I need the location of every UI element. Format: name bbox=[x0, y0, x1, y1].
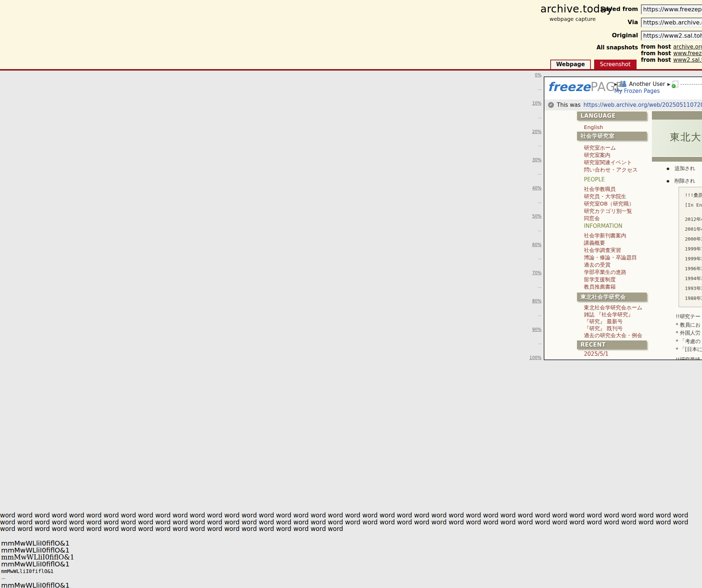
sidebar-link[interactable]: 過去の受賞 bbox=[577, 261, 647, 268]
sidebar-link[interactable]: 研究員・大学院生 bbox=[577, 193, 647, 200]
ruler-mark[interactable]: 30% bbox=[532, 158, 542, 162]
from-host-label: from host bbox=[641, 57, 671, 63]
sidebar-link[interactable]: 『研究』 最新号 bbox=[577, 318, 647, 325]
ruler-mark[interactable]: 100% bbox=[529, 356, 542, 360]
ruler-mark[interactable]: — bbox=[538, 116, 542, 120]
note-line: * 教員にお bbox=[676, 321, 702, 329]
note-line: * 「考慮の bbox=[676, 337, 702, 346]
sidebar-link[interactable]: 研究室関連イベント bbox=[577, 159, 647, 166]
sidebar-link[interactable]: 研究室案内 bbox=[577, 151, 647, 159]
view-tabs: Webpage Screenshot bbox=[550, 60, 637, 69]
ruler-mark[interactable]: — bbox=[538, 313, 542, 317]
banner-image: 東北大学 bbox=[652, 120, 702, 156]
font-test-line: mmMwWLliI0fiflO&1 bbox=[1, 540, 74, 547]
font-test-block: mmMwWLliI0fiflO&1 mmMwWLliI0fiflO&1 mmMw… bbox=[1, 540, 74, 588]
sidebar-link[interactable]: 雑誌 『社会学研究』 bbox=[577, 311, 647, 318]
history-line: 1996年3 bbox=[685, 264, 702, 274]
saved-from-input[interactable] bbox=[641, 4, 702, 14]
sidebar-link-english[interactable]: English bbox=[577, 124, 647, 131]
chevron-right-icon: ▶ bbox=[667, 82, 670, 87]
ruler-mark[interactable]: 50% bbox=[532, 214, 542, 218]
ruler-mark[interactable]: — bbox=[538, 172, 542, 176]
header-divider bbox=[0, 69, 702, 71]
my-frozen-pages-link[interactable]: My Frozen Pages bbox=[614, 88, 660, 94]
ruler-mark[interactable]: — bbox=[538, 87, 542, 91]
original-input[interactable] bbox=[641, 31, 702, 41]
host-row: from hostwww.freezepage bbox=[641, 50, 702, 57]
host-link[interactable]: www.freezepage bbox=[673, 50, 702, 57]
font-test-line: mmMwWLliI0fiflO&1 bbox=[1, 554, 74, 561]
sidebar-link[interactable]: 講義概要 bbox=[577, 239, 647, 246]
font-test-line: mmMwWLliI0fiflO&1 bbox=[1, 582, 74, 588]
sidebar-link[interactable]: 同窓会 bbox=[577, 215, 647, 222]
ruler-mark[interactable]: — bbox=[538, 229, 542, 233]
tab-screenshot[interactable]: Screenshot bbox=[594, 60, 637, 69]
host-link[interactable]: www2.sal.tohoku bbox=[673, 57, 702, 63]
sidebar-link[interactable]: 過去の研究会大会・例会 bbox=[577, 332, 647, 339]
host-row: from hostwww2.sal.tohoku bbox=[641, 57, 702, 63]
history-line: 1999年3 bbox=[685, 254, 702, 264]
check-circle-icon: ✔ bbox=[548, 102, 554, 108]
sidebar-link[interactable]: 博論・修論・卒論題目 bbox=[577, 254, 647, 261]
via-input[interactable] bbox=[641, 18, 702, 27]
sidebar-link[interactable]: 社会学教職員 bbox=[577, 185, 647, 193]
this-was-link[interactable]: https://web.archive.org/web/202505110720… bbox=[584, 102, 702, 108]
sidebar-link[interactable]: 留学支援制度 bbox=[577, 276, 647, 283]
percent-ruler: 0%—10%—20%—30%—40%—50%—60%—70%—80%—90%—1… bbox=[525, 73, 542, 360]
via-row: Via bbox=[534, 18, 702, 28]
ruler-mark[interactable]: — bbox=[538, 144, 542, 148]
ruler-mark[interactable]: 70% bbox=[532, 271, 542, 275]
sidebar-link[interactable]: 『研究』 既刊号 bbox=[577, 325, 647, 332]
from-host-label: from host bbox=[641, 50, 671, 57]
ruler-mark[interactable]: — bbox=[538, 200, 542, 204]
lab-links: 研究室ホーム研究室案内研究室関連イベント問い合わせ・アクセス bbox=[577, 144, 647, 173]
ruler-mark[interactable]: 40% bbox=[532, 186, 542, 190]
sidebar-link[interactable]: 社会学調査実習 bbox=[577, 246, 647, 254]
history-line: 2001年4 bbox=[685, 224, 702, 234]
sidebar-header-people: PEOPLE bbox=[577, 176, 647, 183]
history-line: 2012年4 bbox=[685, 214, 702, 224]
bullet-icon: ● bbox=[667, 179, 669, 183]
sidebar-link[interactable]: 研究室ホーム bbox=[577, 144, 647, 151]
breadcrumb-user[interactable]: Another User bbox=[629, 81, 665, 87]
sidebar-link[interactable]: 教員推薦書籍 bbox=[577, 283, 647, 290]
ruler-mark[interactable]: — bbox=[538, 285, 542, 289]
main-content: 東北大学 ●追加され ●削除され !!!桑原[In Eng2012年42001年… bbox=[652, 110, 702, 360]
bullet-item: ●追加され bbox=[652, 165, 702, 172]
note-line: !!研究テー bbox=[676, 312, 702, 321]
ruler-mark[interactable]: 0% bbox=[535, 73, 542, 77]
history-line: [In Eng bbox=[685, 200, 702, 210]
ruler-mark[interactable]: 80% bbox=[532, 299, 542, 303]
ruler-mark[interactable]: — bbox=[538, 257, 542, 261]
history-line bbox=[685, 210, 702, 214]
font-test-line: mmMwWLliI0fiflO&1 bbox=[1, 561, 74, 568]
ruler-mark[interactable]: 60% bbox=[532, 243, 542, 247]
notes-list: !!研究テー* 教員にお* 外国人労* 「考慮の* 「[日本に bbox=[676, 312, 702, 354]
ruler-mark[interactable]: 10% bbox=[532, 101, 542, 105]
note-line-last: !!研究業績 bbox=[676, 357, 702, 361]
original-label: Original bbox=[534, 32, 638, 39]
sidebar-header-society: 東北社会学研究会 bbox=[577, 293, 647, 301]
this-was-bar: ✔ This was https://web.archive.org/web/2… bbox=[544, 99, 702, 110]
tab-webpage[interactable]: Webpage bbox=[550, 60, 591, 69]
sidebar: LANGUAGE English 社会学研究室 研究室ホーム研究室案内研究室関連… bbox=[577, 110, 647, 357]
sidebar-link[interactable]: 東北社会学研究会ホーム bbox=[577, 304, 647, 311]
history-line: 1988年3 bbox=[685, 293, 702, 303]
information-links: 社会学新刊書案内講義概要社会学調査実習博論・修論・卒論題目過去の受賞学部卒業生の… bbox=[577, 232, 647, 290]
sidebar-link[interactable]: 研究室OB（研究職） bbox=[577, 200, 647, 207]
society-links: 東北社会学研究会ホーム雑誌 『社会学研究』『研究』 最新号『研究』 既刊号過去の… bbox=[577, 304, 647, 339]
sidebar-link[interactable]: 問い合わせ・アクセス bbox=[577, 166, 647, 173]
frozen-page-icon bbox=[673, 81, 678, 87]
ruler-mark[interactable]: 90% bbox=[532, 328, 542, 332]
history-line: !!!桑原 bbox=[685, 190, 702, 200]
ruler-mark[interactable]: — bbox=[538, 342, 542, 346]
recent-date-link[interactable]: 2025/5/1 bbox=[577, 351, 647, 357]
sidebar-link[interactable]: 研究カテゴリ別一覧 bbox=[577, 207, 647, 215]
sidebar-link[interactable]: 学部卒業生の進路 bbox=[577, 268, 647, 276]
ruler-mark[interactable]: 20% bbox=[532, 130, 542, 134]
this-was-text: This was bbox=[557, 102, 581, 108]
host-link[interactable]: archive.org bbox=[673, 44, 702, 50]
word-filler-text: word word word word word word word word … bbox=[0, 512, 702, 532]
sidebar-header-information: INFORMATION bbox=[577, 223, 647, 230]
sidebar-link[interactable]: 社会学新刊書案内 bbox=[577, 232, 647, 239]
